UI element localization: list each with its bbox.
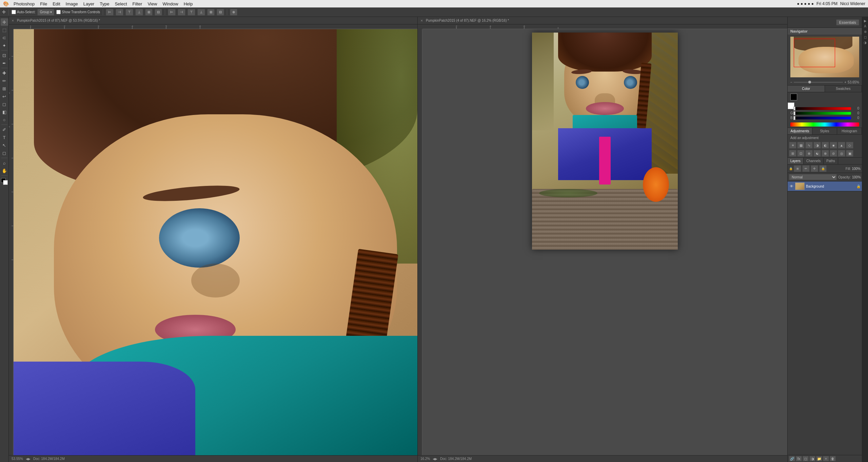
- color-balance-btn[interactable]: ▲: [838, 142, 845, 149]
- eyedropper-tool[interactable]: ✒: [1, 59, 8, 67]
- color-spectrum-bar[interactable]: [790, 122, 859, 127]
- color-swatches[interactable]: [1, 178, 8, 185]
- show-transform-checkbox[interactable]: [56, 10, 61, 14]
- delete-layer-btn[interactable]: 🗑: [830, 456, 836, 461]
- lock-position-btn[interactable]: ✛: [811, 165, 818, 172]
- marquee-tool[interactable]: ⬚: [1, 26, 8, 34]
- side-icon-2[interactable]: A: [863, 24, 868, 28]
- side-icon-5[interactable]: ◑: [863, 40, 868, 45]
- curves-adj-btn[interactable]: ∿: [805, 142, 813, 149]
- foreground-color-swatch[interactable]: [790, 94, 797, 100]
- menu-type[interactable]: Type: [97, 1, 112, 7]
- add-style-btn[interactable]: fx: [796, 456, 802, 461]
- dist-bottom-btn[interactable]: ⊥: [197, 9, 205, 16]
- navigator-viewport-box[interactable]: [794, 39, 835, 67]
- left-panel-tab[interactable]: ✕ PumpkinPatch2015 (4 of 87).NEF @ 53.5%…: [9, 17, 417, 24]
- dist-top-btn[interactable]: ⊤: [188, 9, 195, 16]
- side-icon-4[interactable]: ◻: [863, 35, 868, 39]
- lock-pixels-btn[interactable]: ✏: [802, 165, 810, 172]
- paths-tab[interactable]: Paths: [824, 158, 838, 164]
- eraser-tool[interactable]: ◻: [1, 100, 8, 108]
- dist-left-btn[interactable]: ⊢: [168, 9, 176, 16]
- quick-select-tool[interactable]: ✦: [1, 42, 8, 49]
- menu-layer[interactable]: Layer: [81, 1, 97, 7]
- move-tool[interactable]: ✛: [1, 18, 8, 26]
- menu-file[interactable]: File: [37, 1, 50, 7]
- link-layers-btn[interactable]: 🔗: [789, 456, 795, 461]
- lock-all-btn[interactable]: 🔒: [819, 165, 827, 172]
- background-swatch[interactable]: [3, 180, 8, 185]
- b-slider[interactable]: [794, 117, 851, 119]
- styles-tab[interactable]: Styles: [812, 128, 837, 134]
- stamp-tool[interactable]: ⊞: [1, 85, 8, 92]
- path-select-tool[interactable]: ↖: [1, 141, 8, 149]
- left-zoom-display[interactable]: 53.55%: [12, 457, 23, 461]
- zoom-tool[interactable]: ⌕: [1, 159, 8, 167]
- menu-select[interactable]: Select: [112, 1, 130, 7]
- photo-filter-btn[interactable]: ⊞: [789, 150, 796, 157]
- workspace-button[interactable]: Essentials: [836, 19, 859, 25]
- zoom-slider[interactable]: [794, 82, 843, 83]
- invert-btn[interactable]: ☯: [813, 150, 821, 157]
- history-brush-tool[interactable]: ↩: [1, 93, 8, 100]
- pen-tool[interactable]: ✐: [1, 126, 8, 133]
- side-icon-3[interactable]: ⊕: [863, 29, 868, 34]
- histogram-tab[interactable]: Histogram: [837, 128, 862, 134]
- color-tab[interactable]: Color: [788, 85, 825, 92]
- levels-adj-btn[interactable]: ▦: [797, 142, 805, 149]
- zoom-in-icon[interactable]: +: [844, 80, 846, 84]
- align-bottom-btn[interactable]: ⊥: [135, 9, 143, 16]
- adjustments-tab[interactable]: Adjustments: [788, 128, 812, 134]
- menu-photoshop[interactable]: Photoshop: [11, 1, 37, 7]
- healing-tool[interactable]: ✚: [1, 69, 8, 77]
- new-adjustment-layer-btn[interactable]: ◑: [809, 456, 815, 461]
- hue-adj-btn[interactable]: ■: [830, 142, 837, 149]
- menu-help[interactable]: Help: [181, 1, 196, 7]
- r-slider[interactable]: [794, 107, 851, 110]
- navigator-header[interactable]: Navigator: [788, 28, 862, 35]
- menu-filter[interactable]: Filter: [130, 1, 145, 7]
- lasso-tool[interactable]: ⊂: [1, 34, 8, 41]
- black-white-btn[interactable]: ◇: [846, 142, 853, 149]
- auto-select-checkbox[interactable]: [12, 10, 16, 14]
- align-hcenter-btn[interactable]: ⊞: [145, 9, 153, 16]
- new-group-btn[interactable]: 📁: [816, 456, 822, 461]
- gradient-map-btn[interactable]: ◎: [838, 150, 845, 157]
- side-icon-1[interactable]: ▶: [863, 18, 868, 23]
- auto-select-dropdown[interactable]: Group ▾: [37, 9, 54, 16]
- channels-tab[interactable]: Channels: [804, 158, 824, 164]
- dodge-tool[interactable]: ○: [1, 116, 8, 123]
- auto-align-btn[interactable]: ⊕: [230, 9, 237, 16]
- add-mask-btn[interactable]: ◻: [803, 456, 809, 461]
- menu-window[interactable]: Window: [160, 1, 181, 7]
- channel-mixer-btn[interactable]: ⊡: [797, 150, 805, 157]
- crop-tool[interactable]: ⊡: [1, 52, 8, 59]
- brush-tool[interactable]: ✏: [1, 77, 8, 84]
- dist-vcenter-btn[interactable]: ⊟: [217, 9, 224, 16]
- menu-image[interactable]: Image: [63, 1, 81, 7]
- menu-view[interactable]: View: [145, 1, 160, 7]
- right-panel-tab[interactable]: ✕ PumpkinPatch2015 (4 of 87).NEF @ 16.2%…: [418, 17, 787, 24]
- right-close-icon[interactable]: ✕: [420, 19, 423, 22]
- align-vcenter-btn[interactable]: ⊟: [155, 9, 162, 16]
- lock-transparent-btn[interactable]: ⊞: [794, 165, 801, 172]
- align-left-btn[interactable]: ⊢: [106, 9, 114, 16]
- exposure-adj-btn[interactable]: ◑: [813, 142, 821, 149]
- type-tool[interactable]: T: [1, 134, 8, 141]
- selective-color-btn[interactable]: ▣: [846, 150, 853, 157]
- close-icon[interactable]: ✕: [12, 19, 14, 22]
- new-layer-btn[interactable]: +: [823, 456, 829, 461]
- threshold-btn[interactable]: ⊘: [830, 150, 837, 157]
- swatches-tab[interactable]: Swatches: [825, 85, 862, 92]
- align-top-btn[interactable]: ⊤: [125, 9, 133, 16]
- vibrance-adj-btn[interactable]: ◐: [822, 142, 829, 149]
- hand-tool[interactable]: ✋: [1, 167, 8, 174]
- layer-visibility-toggle[interactable]: 👁: [789, 184, 794, 189]
- color-lookup-btn[interactable]: ⊕: [805, 150, 813, 157]
- dist-hcenter-btn[interactable]: ⊞: [207, 9, 215, 16]
- g-slider[interactable]: [794, 112, 851, 115]
- gradient-tool[interactable]: ◧: [1, 108, 8, 116]
- align-right-btn[interactable]: ⊣: [116, 9, 123, 16]
- zoom-out-icon[interactable]: −: [790, 80, 792, 84]
- right-zoom-display[interactable]: 16.2%: [420, 457, 430, 461]
